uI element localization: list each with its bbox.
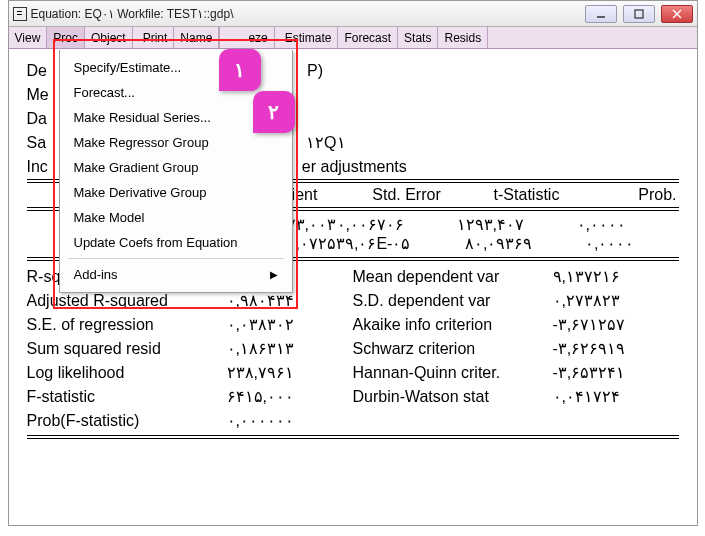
window-icon: = [13, 7, 27, 21]
toolbar-forecast[interactable]: Forecast [338, 27, 398, 48]
menu-make-gradient-group[interactable]: Make Gradient Group [60, 155, 292, 180]
stat-value: -۳,۶۷۱۲۵۷ [553, 313, 679, 337]
col-tstatistic: t-Statistic [467, 186, 587, 204]
stat-label: Prob(F-statistic) [27, 409, 227, 433]
menu-update-coefs[interactable]: Update Coefs from Equation [60, 230, 292, 255]
stat-label: Log likelihood [27, 361, 227, 385]
titlebar: = Equation: EQ۰۱ Workfile: TEST۱::gdp\ [9, 1, 697, 27]
stat-label: Hannan-Quinn criter. [353, 361, 553, 385]
toolbar-name[interactable]: Name [174, 27, 219, 48]
maximize-button[interactable] [623, 5, 655, 23]
window-controls [585, 5, 693, 23]
toolbar-estimate[interactable]: Estimate [279, 27, 339, 48]
stats-right-row: Akaike info criterion-۳,۶۷۱۲۵۷ [353, 313, 679, 337]
stat-value: -۳,۶۵۳۲۴۱ [553, 361, 679, 385]
col-stderror: Std. Error [347, 186, 467, 204]
stat-label: Mean dependent var [353, 265, 553, 289]
svg-rect-1 [635, 10, 643, 18]
toolbar-print[interactable]: Print [137, 27, 175, 48]
stat-value: ۶۴۱۵,۰۰۰ [227, 385, 353, 409]
toolbar: View Proc Object Print Name eze Estimate… [9, 27, 697, 49]
close-button[interactable] [661, 5, 693, 23]
window-title: Equation: EQ۰۱ Workfile: TEST۱::gdp\ [31, 7, 585, 21]
menu-addins[interactable]: Add-ins ▶ [60, 262, 292, 287]
stat-value: ۲۳۸,۷۹۶۱ [227, 361, 353, 385]
stats-right: Mean dependent var۹,۱۳۷۲۱۶S.D. dependent… [353, 265, 679, 433]
stats-right-row: Durbin-Watson stat۰,۰۴۱۷۲۴ [353, 385, 679, 409]
stats-right-row: Schwarz criterion-۳,۶۲۶۹۱۹ [353, 337, 679, 361]
equation-window: = Equation: EQ۰۱ Workfile: TEST۱::gdp\ V… [8, 0, 698, 526]
stat-value: -۳,۶۲۶۹۱۹ [553, 337, 679, 361]
stat-label: F-statistic [27, 385, 227, 409]
toolbar-view[interactable]: View [9, 27, 48, 48]
menu-make-derivative-group[interactable]: Make Derivative Group [60, 180, 292, 205]
stat-value: ۰,۰۴۱۷۲۴ [553, 385, 679, 409]
stats-left-row: Sum squared resid۰,۱۸۶۳۱۳ [27, 337, 353, 361]
submenu-arrow-icon: ▶ [270, 269, 278, 280]
stat-label: Sum squared resid [27, 337, 227, 361]
toolbar-stats[interactable]: Stats [398, 27, 438, 48]
annotation-callout-1: ۱ [219, 49, 261, 91]
stats-left-row: F-statistic۶۴۱۵,۰۰۰ [27, 385, 353, 409]
stat-label: Akaike info criterion [353, 313, 553, 337]
stat-value: ۹,۱۳۷۲۱۶ [553, 265, 679, 289]
toolbar-proc[interactable]: Proc [47, 27, 85, 48]
menu-separator [68, 258, 284, 259]
toolbar-resids[interactable]: Resids [438, 27, 488, 48]
stat-label: Durbin-Watson stat [353, 385, 553, 409]
menu-make-model[interactable]: Make Model [60, 205, 292, 230]
minimize-button[interactable] [585, 5, 617, 23]
stat-label: S.E. of regression [27, 313, 227, 337]
stats-right-row: S.D. dependent var۰,۲۷۳۸۲۳ [353, 289, 679, 313]
toolbar-freeze[interactable]: eze [219, 27, 274, 48]
stats-right-row: Mean dependent var۹,۱۳۷۲۱۶ [353, 265, 679, 289]
menu-make-regressor-group[interactable]: Make Regressor Group [60, 130, 292, 155]
stat-value: ۰,۱۸۶۳۱۳ [227, 337, 353, 361]
stats-left-row: S.E. of regression۰,۰۳۸۳۰۲ [27, 313, 353, 337]
annotation-callout-2: ۲ [253, 91, 295, 133]
stat-value: ۰,۰۰۰۰۰۰ [227, 409, 353, 433]
stat-value: ۰,۲۷۳۸۲۳ [553, 289, 679, 313]
stats-right-row: Hannan-Quinn criter.-۳,۶۵۳۲۴۱ [353, 361, 679, 385]
stats-left-row: Log likelihood۲۳۸,۷۹۶۱ [27, 361, 353, 385]
stat-label: Schwarz criterion [353, 337, 553, 361]
stats-left-row: Prob(F-statistic)۰,۰۰۰۰۰۰ [27, 409, 353, 433]
toolbar-object[interactable]: Object [85, 27, 133, 48]
stat-label: S.D. dependent var [353, 289, 553, 313]
stat-value: ۰,۰۳۸۳۰۲ [227, 313, 353, 337]
col-prob: Prob. [587, 186, 687, 204]
